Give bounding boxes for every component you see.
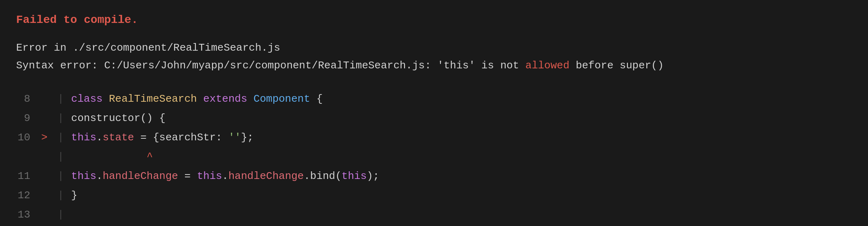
plain-close-brace-12: }: [71, 189, 78, 201]
caret-indicator: ^: [71, 147, 153, 166]
code-line-12: 12 | }: [16, 186, 852, 205]
line-sep-11: |: [50, 166, 71, 186]
error-info: Error in ./src/component/RealTimeSearch.…: [16, 39, 852, 74]
compile-error-text: Failed to compile.: [16, 14, 138, 26]
line-code-13: [71, 205, 78, 224]
line-arrow-10: >: [38, 128, 50, 147]
kw-this-3: this: [197, 170, 222, 182]
code-line-13: 13 |: [16, 205, 852, 224]
cn-realtimesearch: RealTimeSearch: [109, 93, 203, 105]
code-line-9: 9 | constructor() {: [16, 109, 852, 128]
line-arrow-9: [38, 109, 50, 128]
error-syntax-prefix: Syntax error: C:/Users/John/myapp/src/co…: [16, 60, 525, 72]
error-syntax-suffix: before super(): [569, 60, 664, 72]
line-number-11: 11: [16, 166, 38, 186]
line-sep-12: |: [50, 186, 71, 205]
line-sep-13: |: [50, 205, 71, 224]
eq-2: =: [178, 170, 197, 182]
line-number-9: 9: [16, 109, 38, 128]
eq-1: = {searchStr:: [134, 131, 228, 144]
code-line-11: 11 | this.handleChange = this.handleChan…: [16, 166, 852, 186]
code-line-10: 10 > | this.state = {searchStr: ''};: [16, 128, 852, 147]
line-sep-9: |: [50, 109, 71, 128]
error-container: Failed to compile. Error in ./src/compon…: [0, 0, 868, 226]
line-code-12: }: [71, 186, 78, 205]
kw-this-1: this: [71, 131, 96, 144]
prop-handlechange-2: handleChange: [228, 170, 304, 182]
line-number-12: 12: [16, 186, 38, 205]
code-block: 8 | class RealTimeSearch extends Compone…: [16, 89, 852, 225]
line-code-11: this.handleChange = this.handleChange.bi…: [71, 166, 380, 186]
line-number-caret: [16, 147, 38, 166]
kw-this-2: this: [71, 170, 96, 182]
kw-this-4: this: [342, 170, 367, 182]
dot-3: .: [222, 170, 228, 182]
plain-constructor: constructor() {: [71, 112, 166, 124]
dot-2: .: [96, 170, 103, 182]
caret-line: | ^: [16, 147, 852, 166]
line-arrow-12: [38, 186, 50, 205]
line-number-10: 10: [16, 128, 38, 147]
error-file-line2: Syntax error: C:/Users/John/myapp/src/co…: [16, 57, 852, 74]
line-sep-caret: |: [50, 147, 71, 166]
line-arrow-caret: [38, 147, 50, 166]
line-arrow-8: [38, 89, 50, 109]
str-empty: '': [228, 131, 241, 144]
error-file-line1: Error in ./src/component/RealTimeSearch.…: [16, 39, 852, 57]
line-code-10: this.state = {searchStr: ''};: [71, 128, 254, 147]
bind-call: .bind(: [304, 170, 342, 182]
line-arrow-13: [38, 205, 50, 224]
kw-extends: extends: [203, 93, 253, 105]
code-line-8: 8 | class RealTimeSearch extends Compone…: [16, 89, 852, 109]
line-code-8: class RealTimeSearch extends Component {: [71, 89, 323, 109]
line-code-9: constructor() {: [71, 109, 166, 128]
line-arrow-11: [38, 166, 50, 186]
dot-1: .: [96, 131, 103, 144]
compile-error-header: Failed to compile.: [16, 12, 852, 28]
line-sep-8: |: [50, 89, 71, 109]
kw-class: class: [71, 93, 109, 105]
semicolon-1: };: [241, 131, 253, 144]
error-highlight-allowed: allowed: [525, 60, 569, 72]
close-paren: );: [367, 170, 379, 182]
line-sep-10: |: [50, 128, 71, 147]
prop-handlechange-1: handleChange: [103, 170, 178, 182]
prop-state: state: [103, 131, 134, 144]
bi-component: Component: [253, 93, 310, 105]
plain-brace-8: {: [310, 93, 323, 105]
line-number-13: 13: [16, 205, 38, 224]
line-number-8: 8: [16, 89, 38, 109]
